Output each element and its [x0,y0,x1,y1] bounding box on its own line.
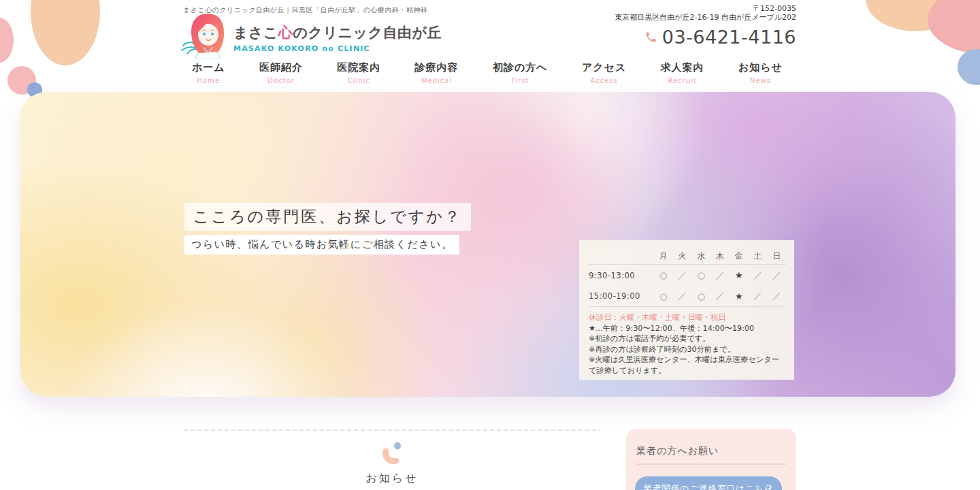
schedule-mark: ○ [691,270,710,280]
schedule-mark: ／ [673,270,692,282]
schedule-mark: ／ [767,290,786,302]
news-section-heading: お知らせ [184,472,600,486]
schedule-day-header: 日 [767,250,786,262]
decor-blob-pink-topright [928,0,980,54]
schedule-day-header: 月 [654,250,673,262]
clinic-name: まさこ心のクリニック自由が丘 [233,23,442,42]
schedule-row-morning: 9:30-13:00 ○ ／ ○ ／ ★ ／ ／ [589,265,786,286]
hero-headline: こころの専門医、お探しですか？ [184,203,471,231]
schedule-day-header: 金 [730,250,749,262]
clinic-name-roman: MASAKO KOKORO no CLINIC [233,44,442,53]
decor-blob-blue-topright [958,49,980,85]
clinic-address: 東京都目黒区自由が丘2-16-19 自由が丘メープル202 [615,13,796,22]
schedule-time: 15:00-19:00 [589,291,654,301]
schedule-day-header: 土 [749,250,768,262]
nav-item-doctor[interactable]: 医師紹介 Doctor [259,61,303,84]
schedule-time: 9:30-13:00 [589,271,654,280]
schedule-mark: ／ [749,270,768,282]
vendor-title-underline [636,463,786,465]
header-contact-block: 〒152-0035 東京都目黒区自由が丘2-16-19 自由が丘メープル202 … [615,4,796,48]
nav-item-clinic[interactable]: 医院案内 Clinic [337,61,380,84]
note-revisit: ※再診の方は診察終了時刻の30分前まで。 [589,344,786,355]
decor-blob-pink-edge-topleft [0,18,14,63]
schedule-day-header: 火 [673,250,692,262]
nav-item-home[interactable]: ホーム Home [192,61,225,84]
nav-item-recruit[interactable]: 求人案内 Recruit [661,61,704,84]
nav-item-news[interactable]: お知らせ News [738,61,783,84]
schedule-mark: ★ [730,270,749,280]
schedule-mark: ★ [730,291,749,301]
nav-item-first[interactable]: 初診の方へ First [493,61,548,84]
schedule-day-header: 木 [710,250,730,262]
phone-row[interactable]: 03-6421-4116 [615,27,796,48]
schedule-header-row: 月 火 水 木 金 土 日 [589,248,786,265]
clinic-logo-text[interactable]: まさこ心のクリニック自由が丘 MASAKO KOKORO no CLINIC [233,23,442,53]
phone-icon [644,31,657,44]
page: まさこ心のクリニック自由が丘｜目黒区「自由が丘駅」の心療内科・精神科 [0,0,980,490]
heart-mark-icon [380,441,404,466]
schedule-mark: ／ [710,290,730,302]
nav-item-access[interactable]: アクセス Access [582,61,626,84]
schedule-day-header: 水 [691,250,710,262]
schedule-row-afternoon: 15:00-19:00 ○ ／ ○ ／ ★ ／ ／ [589,286,786,307]
clinic-logo-illustration-icon[interactable] [180,12,233,59]
main-nav: ホーム Home 医師紹介 Doctor 医院案内 Clinic 診療内容 Me… [192,61,783,84]
postal-code: 〒152-0035 [615,4,796,13]
note-other-centers: ※火曜は久里浜医療センター、木曜は東京医療センターで診療しております。 [589,355,786,376]
schedule-mark: ／ [710,270,730,282]
hero-watercolor-banner: こころの専門医、お探しですか？ つらい時、悩んでいる時お気軽にご相談ください。 … [20,92,956,397]
schedule-mark: ○ [654,291,673,301]
phone-number[interactable]: 03-6421-4116 [662,27,796,48]
nav-item-medical[interactable]: 診療内容 Medical [415,61,459,84]
schedule-mark: ○ [654,270,673,280]
schedule-card: 月 火 水 木 金 土 日 9:30-13:00 ○ ／ ○ ／ ★ ／ ／ 1… [579,240,794,380]
vendor-request-box: 業者の方へお願い 業者関係のご連絡窓口はこちら › [626,429,796,490]
chevron-right-icon: › [768,481,773,490]
star-note: ★...午前：9:30〜12:00、午後：14:00〜19:00 [589,323,786,334]
schedule-notes: 休診日：火曜・木曜・土曜・日曜・祝日 ★...午前：9:30〜12:00、午後：… [589,312,786,376]
note-first-visit: ※初診の方は電話予約が必要です。 [589,333,786,344]
schedule-mark: ／ [767,270,786,282]
vendor-contact-button[interactable]: 業者関係のご連絡窓口はこちら › [635,476,782,490]
vendor-contact-button-label: 業者関係のご連絡窓口はこちら [644,483,774,490]
schedule-mark: ／ [749,290,768,302]
schedule-mark: ／ [673,290,692,302]
heart-kanji: 心 [278,24,293,41]
decor-blob-peach-topleft [31,0,100,65]
closed-days-note: 休診日：火曜・木曜・土曜・日曜・祝日 [589,312,786,323]
vendor-box-title: 業者の方へお願い [636,445,796,457]
dashed-divider [184,429,600,431]
hero-subheadline: つらい時、悩んでいる時お気軽にご相談ください。 [184,235,459,255]
schedule-mark: ○ [691,291,710,301]
